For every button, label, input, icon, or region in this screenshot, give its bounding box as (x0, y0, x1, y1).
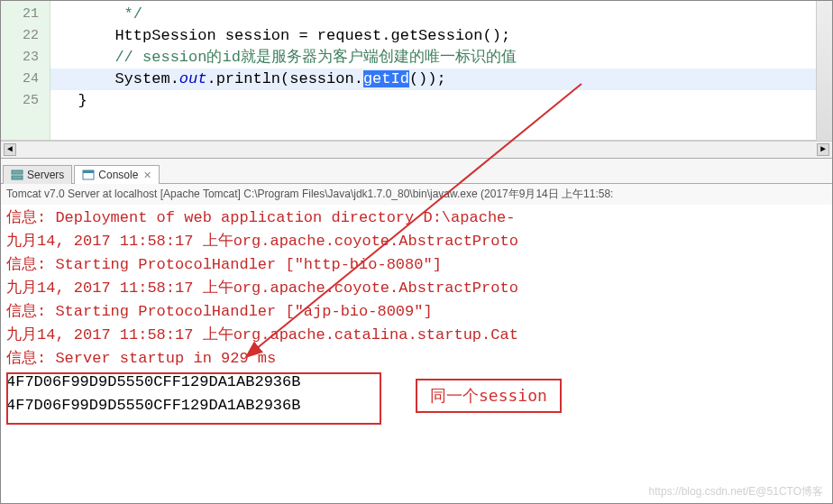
code-line-24: System.out.println(session.getId()); (50, 69, 832, 90)
code-editor[interactable]: 21 22 23 24 25 */ HttpSession session = … (1, 1, 832, 141)
scroll-left-icon[interactable]: ◄ (4, 143, 16, 156)
svg-rect-1 (12, 176, 23, 179)
console-output[interactable]: 信息: Deployment of web application direct… (1, 205, 832, 419)
line-number: 24 (1, 69, 50, 90)
horizontal-scrollbar[interactable]: ◄ ► (1, 141, 832, 159)
line-number: 23 (1, 47, 50, 69)
annotation-label-same-session: 同一个session (416, 379, 562, 413)
console-line: 信息: Server startup in 929 ms (6, 347, 827, 371)
line-number: 25 (1, 90, 50, 112)
code-area[interactable]: */ HttpSession session = request.getSess… (50, 1, 832, 140)
console-icon (82, 169, 95, 181)
tab-console[interactable]: Console ✕ (74, 165, 160, 184)
code-line-22: HttpSession session = request.getSession… (50, 25, 832, 47)
view-tab-bar: Servers Console ✕ (1, 159, 832, 184)
code-line-25: } (50, 90, 832, 112)
scroll-right-icon[interactable]: ► (817, 143, 829, 156)
console-line: 信息: Starting ProtocolHandler ["ajp-bio-8… (6, 300, 827, 324)
console-process-header: Tomcat v7.0 Server at localhost [Apache … (1, 184, 832, 205)
console-line: 信息: Deployment of web application direct… (6, 206, 827, 230)
tab-label: Console (98, 169, 138, 181)
vertical-scrollbar[interactable] (816, 1, 832, 141)
line-number: 22 (1, 25, 50, 47)
annotation-box-session-ids (6, 372, 381, 425)
console-line: 九月14, 2017 11:58:17 上午org.apache.catalin… (6, 324, 827, 347)
tab-label: Servers (27, 169, 64, 181)
console-line: 九月14, 2017 11:58:17 上午org.apache.coyote.… (6, 230, 827, 253)
tab-servers[interactable]: Servers (3, 165, 72, 184)
server-icon (11, 169, 23, 181)
console-line: 九月14, 2017 11:58:17 上午org.apache.coyote.… (6, 277, 827, 300)
line-number-gutter: 21 22 23 24 25 (1, 1, 50, 140)
selected-text-getId: getId (363, 70, 409, 87)
svg-rect-0 (12, 170, 23, 174)
code-line-21: */ (50, 4, 832, 25)
watermark-text: https://blog.csdn.net/E@51CTO博客 (649, 484, 823, 499)
line-number: 21 (1, 4, 50, 25)
code-line-23: // session的id就是服务器为客户端创建的唯一标识的值 (50, 47, 832, 69)
close-icon[interactable]: ✕ (143, 170, 151, 181)
console-line: 信息: Starting ProtocolHandler ["http-bio-… (6, 253, 827, 277)
svg-rect-3 (83, 170, 94, 173)
